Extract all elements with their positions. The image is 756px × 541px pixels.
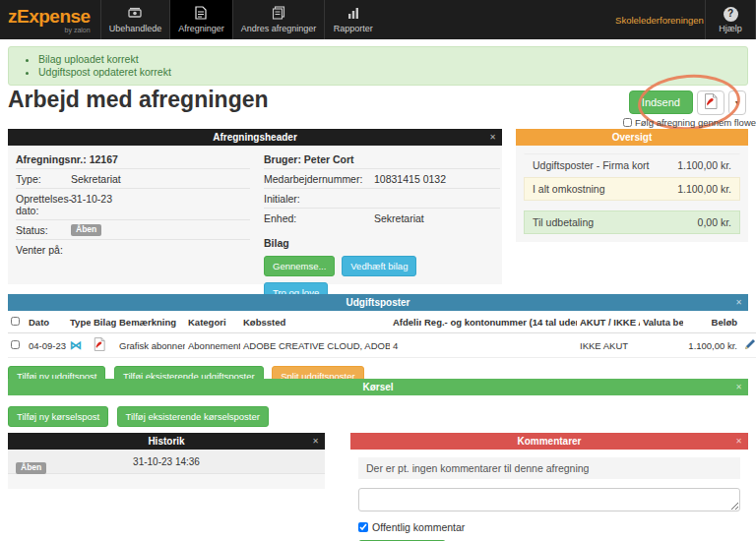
zexpense-app: zExpense by zalon Ubehandlede Afregninge…	[0, 0, 756, 541]
nav-tab-ubehandlede[interactable]: Ubehandlede	[100, 0, 170, 39]
initialer-row: Initialer:	[264, 189, 500, 209]
help-label: Hjælp	[719, 24, 742, 33]
public-comment-checkbox[interactable]	[358, 522, 368, 532]
koebssted-cell: ADOBE CREATIVE CLOUD, ADOBE.COM,	[240, 333, 390, 358]
reg-kontonummer-cell	[421, 333, 577, 358]
col-kategori: Kategori	[185, 311, 240, 333]
oversigt-row-value: 1.100,00 kr.	[677, 159, 731, 171]
nav-tab-afregninger[interactable]: Afregninger	[169, 0, 232, 39]
kommentarer-panel-title: Kommentarer	[517, 436, 581, 447]
afregningsnr-row: Afregningsnr.: 12167	[16, 150, 250, 169]
initialer-label: Initialer:	[264, 193, 374, 205]
bar-chart-icon	[346, 7, 360, 24]
action-cluster: Indsend ▾	[629, 90, 746, 115]
bemaerkning-cell: Grafisk abonnement	[116, 333, 185, 358]
more-options-button[interactable]: ▾	[728, 90, 746, 115]
collapse-icon[interactable]: ✕	[312, 433, 319, 450]
col-akut: AKUT / IKKE AKUT	[577, 311, 640, 333]
kategori-cell: Abonnementer	[185, 333, 240, 358]
historik-empty-row	[8, 474, 325, 489]
oversigt-row-value: 0,00 kr.	[698, 216, 731, 228]
document-icon	[195, 6, 207, 24]
nav-tab-andres-afregninger[interactable]: Andres afregninger	[232, 0, 325, 39]
oversigt-panel: Oversigt Udgiftsposter - Firma kort 1.10…	[516, 129, 748, 242]
public-comment-row[interactable]: Offentlig kommentar	[358, 521, 740, 533]
header-right-column: Bruger: Peter Cort Medarbejdernummer: 10…	[264, 150, 500, 309]
select-all-checkbox[interactable]	[11, 317, 20, 326]
oprettelsesdato-label: Oprettelses-dato:	[16, 193, 71, 216]
org-link[interactable]: Skolelederforeningen	[614, 0, 705, 39]
col-bilag: Bilag	[91, 311, 116, 333]
type-cell: ⋈	[67, 333, 91, 358]
brand-name: zExpense	[8, 7, 91, 26]
row-select-cell	[8, 333, 26, 358]
nav-tab-label: Andres afregninger	[241, 24, 317, 33]
collapse-icon[interactable]: ✕	[489, 129, 496, 146]
medarbejdernummer-row: Medarbejdernummer: 10831415 0132	[264, 169, 500, 189]
historik-panel-body: Åben 31-10-23 14:36	[8, 450, 325, 489]
edit-icon[interactable]	[744, 338, 756, 352]
brand-logo[interactable]: zExpense by zalon	[0, 0, 100, 39]
browse-button[interactable]: Gennemse...	[264, 256, 335, 276]
bilag-heading: Bilag	[264, 237, 500, 249]
collapse-icon[interactable]: ✕	[735, 379, 742, 395]
nav-tab-label: Afregninger	[178, 24, 224, 33]
type-row: Type: Sekretariat	[16, 169, 250, 189]
brand-byline: by zalon	[8, 27, 91, 33]
comment-textarea[interactable]	[358, 488, 740, 511]
oversigt-panel-body: Udgiftsposter - Firma kort 1.100,00 kr. …	[516, 146, 748, 242]
oversigt-row-label: Til udbetaling	[533, 216, 594, 228]
udgiftsposter-table: Dato Type Bilag Bemærkning Kategori Købs…	[8, 311, 756, 358]
afdeling-cell: 4	[390, 333, 421, 358]
status-badge: Åben	[71, 224, 101, 236]
col-valuta: Valuta beløb	[640, 311, 683, 333]
afregningsheader-panel-body: Afregningsnr.: 12167 Type: Sekretariat O…	[8, 146, 502, 284]
help-icon: ?	[724, 7, 738, 22]
top-navbar: zExpense by zalon Ubehandlede Afregninge…	[0, 0, 756, 39]
add-existing-mileage-button[interactable]: Tilføj eksisterende kørselsposter	[117, 406, 269, 427]
no-comments-text: Der er pt. ingen kommentarer til denne a…	[358, 457, 740, 479]
koersel-panel-body: Tilføj ny kørselspost Tilføj eksisterend…	[8, 395, 748, 433]
alert-item: Udgiftspost opdateret korrekt	[38, 66, 737, 78]
add-mileage-button[interactable]: Tilføj ny kørselspost	[8, 406, 108, 427]
venter-paa-row: Venter på:	[16, 240, 250, 259]
oversigt-panel-title: Oversigt	[612, 132, 653, 143]
bruger-value: Bruger: Peter Cort	[264, 153, 354, 165]
collapse-icon[interactable]: ✕	[735, 294, 742, 311]
dato-cell: 04-09-23	[26, 333, 67, 358]
udgiftsposter-panel-title: Udgiftsposter	[346, 297, 410, 308]
follow-flow-checkbox-row[interactable]: Følg afregning gennem flowet	[623, 117, 756, 128]
historik-timestamp: 31-10-23 14:36	[8, 456, 325, 467]
pdf-export-button[interactable]	[697, 90, 724, 115]
kommentarer-panel-body: Der er pt. ingen kommentarer til denne a…	[350, 450, 748, 541]
bruger-row: Bruger: Peter Cort	[264, 150, 500, 169]
historik-panel: Historik ✕ Åben 31-10-23 14:36	[8, 433, 325, 489]
success-alert: Bilag uploadet korrekt Udgiftspost opdat…	[8, 46, 748, 86]
type-label: Type:	[16, 173, 71, 185]
public-comment-label: Offentlig kommentar	[372, 521, 465, 533]
oprettelsesdato-row: Oprettelses-dato: 31-10-23	[16, 189, 250, 220]
valuta-cell	[640, 333, 683, 358]
kommentarer-panel-header: Kommentarer ✕	[350, 433, 748, 450]
afregningsheader-panel-header: Afregningsheader ✕	[8, 129, 502, 146]
oversigt-row-ialt: I alt omkostning 1.100,00 kr.	[524, 177, 740, 201]
col-reg-kontonummer: Reg.- og kontonummer (14 tal uden mellem…	[421, 311, 577, 333]
pdf-icon	[704, 93, 718, 112]
enhed-value: Sekretariat	[374, 212, 424, 224]
oprettelsesdato-value: 31-10-23	[71, 193, 112, 205]
enhed-label: Enhed:	[264, 212, 374, 224]
submit-button[interactable]: Indsend	[629, 90, 693, 114]
koersel-panel: Kørsel ✕ Tilføj ny kørselspost Tilføj ek…	[8, 379, 748, 433]
follow-flow-checkbox[interactable]	[623, 118, 632, 127]
oversigt-row-firmakort: Udgiftsposter - Firma kort 1.100,00 kr.	[524, 153, 740, 177]
pdf-icon[interactable]	[94, 342, 105, 353]
nav-tab-help[interactable]: ? Hjælp	[705, 0, 756, 39]
attach-bilag-button[interactable]: Vedhæft bilag	[342, 256, 416, 276]
nav-tab-rapporter[interactable]: Rapporter	[324, 0, 381, 39]
row-checkbox[interactable]	[11, 340, 20, 349]
enhed-row: Enhed: Sekretariat	[264, 209, 500, 227]
collapse-icon[interactable]: ✕	[735, 433, 742, 450]
beloeb-cell: 1.100,00 kr.	[683, 333, 740, 358]
table-header-row: Dato Type Bilag Bemærkning Kategori Købs…	[8, 311, 756, 333]
oversigt-row-label: I alt omkostning	[533, 183, 605, 195]
